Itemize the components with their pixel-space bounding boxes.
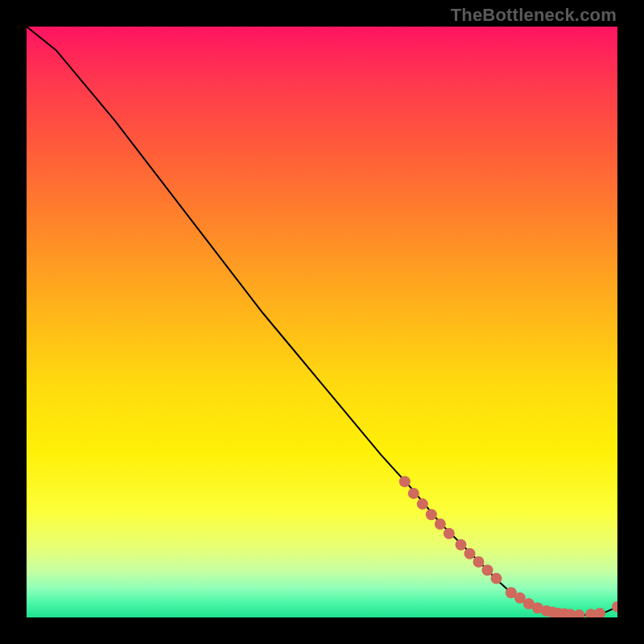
data-marker — [573, 609, 584, 617]
data-marker — [435, 518, 446, 530]
data-marker — [594, 608, 605, 617]
data-marker — [464, 548, 476, 559]
watermark-text: TheBottleneck.com — [451, 5, 617, 26]
chart-stage: TheBottleneck.com — [0, 0, 644, 644]
plot-area — [27, 27, 617, 617]
data-marker — [444, 528, 455, 539]
data-marker — [612, 601, 617, 613]
data-marker — [456, 539, 467, 551]
data-marker — [417, 498, 428, 510]
data-marker — [491, 573, 502, 584]
data-marker — [482, 564, 493, 576]
data-marker — [399, 476, 411, 487]
data-marker — [473, 556, 485, 568]
marker-group — [399, 476, 617, 617]
chart-svg — [27, 27, 617, 617]
data-marker — [408, 488, 419, 499]
data-marker — [426, 509, 437, 520]
bottleneck-curve — [27, 27, 617, 615]
